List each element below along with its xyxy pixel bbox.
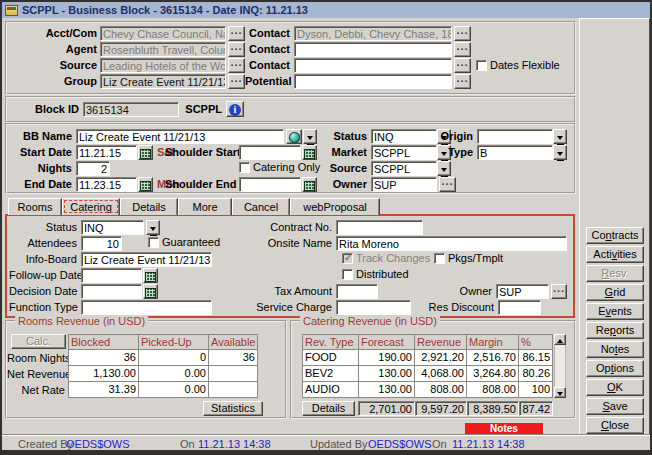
attendees-field[interactable]: 10: [81, 236, 122, 251]
group-lov-button[interactable]: [228, 74, 245, 89]
shoulder-start-calendar-button[interactable]: [302, 145, 317, 160]
contact1-field[interactable]: Dyson, Debbi, Chevy Chase, 1800-123-: [294, 26, 452, 41]
events-button[interactable]: Events: [586, 303, 644, 320]
table-cell: FOOD: [303, 350, 358, 365]
table-cell: BEV2: [303, 366, 358, 381]
bb-name-field[interactable]: Liz Create Event 11/21/13: [76, 129, 284, 144]
contact2-lov-button[interactable]: [454, 42, 471, 57]
tab-cancel[interactable]: Cancel: [232, 198, 290, 215]
ellipsis-icon: [456, 40, 468, 52]
notes-badge[interactable]: Notes: [465, 423, 543, 434]
scrollbar-track[interactable]: [554, 345, 566, 387]
contact1-label: Contact: [245, 26, 290, 41]
reports-button[interactable]: Reports: [586, 322, 644, 339]
tab-rooms[interactable]: Rooms: [8, 198, 62, 215]
track-changes-label: Track Changes: [356, 252, 430, 265]
updated-by-value: OEDS$OWS: [368, 438, 432, 450]
dates-flexible-checkbox[interactable]: [476, 60, 487, 71]
contact3-lov-button[interactable]: [454, 58, 471, 73]
decision-date-field[interactable]: [81, 284, 142, 299]
notes-button[interactable]: Notes: [586, 341, 644, 358]
activities-button[interactable]: Activities: [586, 246, 644, 263]
globe-button[interactable]: [286, 129, 302, 144]
created-by-label: Created By: [18, 438, 73, 450]
owner-lov-button[interactable]: [439, 177, 456, 192]
start-date-field[interactable]: 11.21.15: [76, 145, 137, 160]
save-button[interactable]: Save: [586, 398, 644, 415]
agent-field[interactable]: Rosenbluth Travell, Columbia, 1800-r: [100, 42, 226, 57]
tab-catering[interactable]: Catering: [62, 198, 120, 215]
source-lov-button[interactable]: [228, 58, 245, 73]
potential-field[interactable]: [294, 74, 452, 89]
contact2-field[interactable]: [294, 42, 452, 57]
details-button[interactable]: Details: [302, 401, 355, 416]
catering-status-field[interactable]: INQ: [81, 220, 144, 235]
net-rate-label: Net Rate: [7, 383, 65, 398]
close-button[interactable]: Close: [586, 417, 644, 434]
calendar-icon: [145, 288, 156, 298]
info-board-field[interactable]: Liz Create Event 11/21/13: [81, 252, 212, 267]
source-field[interactable]: Leading Hotels of the World, Naples,: [100, 58, 226, 73]
acct-com-lov-button[interactable]: [228, 26, 245, 41]
contact3-field[interactable]: [294, 58, 452, 73]
table-scrollbar[interactable]: [554, 334, 566, 398]
agent-lov-button[interactable]: [228, 42, 245, 57]
catering-owner-field[interactable]: SUP: [496, 284, 549, 299]
catering-tab-panel: Status INQ Contract No. Attendees 10 Gua…: [5, 214, 575, 318]
chevron-down-icon: [150, 227, 156, 231]
acct-com-field[interactable]: Chevy Chase Council, Naples,: [100, 26, 226, 41]
statistics-button[interactable]: Statistics: [203, 401, 263, 416]
followup-calendar-button[interactable]: [143, 268, 158, 283]
table-cell: 130.00: [359, 382, 414, 397]
start-date-calendar-button[interactable]: [138, 145, 153, 160]
tax-amount-field[interactable]: [336, 284, 378, 299]
catering-only-checkbox[interactable]: [239, 162, 250, 173]
end-date-calendar-button[interactable]: [138, 177, 153, 192]
catering-owner-lov-button[interactable]: [551, 284, 567, 299]
bb-source-dropdown-button[interactable]: [437, 161, 451, 176]
contract-no-field[interactable]: [336, 220, 423, 235]
scroll-down-button[interactable]: [554, 387, 566, 398]
service-charge-field[interactable]: [336, 300, 411, 315]
potential-lov-button[interactable]: [454, 74, 471, 89]
ok-button[interactable]: OK: [586, 379, 644, 396]
tab-webproposal[interactable]: webProposal: [290, 198, 380, 215]
info-button[interactable]: i: [226, 101, 244, 117]
ellipsis-icon: [230, 72, 242, 84]
options-button[interactable]: Options: [586, 360, 644, 377]
pkgs-tmplt-checkbox[interactable]: [434, 253, 445, 264]
contracts-button[interactable]: Contracts: [586, 227, 644, 244]
shoulder-end-calendar-button[interactable]: [302, 177, 317, 192]
column-header: Blocked: [69, 335, 138, 349]
group-field[interactable]: Liz Create Event 11/21/13: [100, 74, 226, 89]
grid-button[interactable]: Grid: [586, 284, 644, 301]
owner-field[interactable]: SUP: [371, 177, 437, 192]
nights-field[interactable]: 2: [76, 161, 110, 176]
guaranteed-checkbox[interactable]: [148, 237, 159, 248]
type-field[interactable]: B: [477, 145, 553, 160]
res-discount-field[interactable]: [498, 300, 541, 315]
distributed-checkbox[interactable]: [342, 269, 353, 280]
tab-details[interactable]: Details: [120, 198, 178, 215]
res-discount-label: Res Discount: [414, 300, 494, 315]
catering-status-dropdown-button[interactable]: [146, 220, 160, 235]
scroll-up-button[interactable]: [554, 334, 566, 345]
chevron-down-icon: [441, 168, 447, 172]
type-dropdown-button[interactable]: [553, 145, 567, 160]
shoulder-end-field[interactable]: [239, 177, 301, 192]
shoulder-start-field[interactable]: [239, 145, 301, 160]
decision-calendar-button[interactable]: [143, 284, 158, 299]
created-on-label: On: [180, 438, 195, 450]
contact1-lov-button[interactable]: [454, 26, 471, 41]
followup-date-field[interactable]: [81, 268, 142, 283]
tab-more[interactable]: More: [178, 198, 232, 215]
total-pct: 87.42: [519, 401, 553, 416]
table-cell: 1,130.00: [69, 366, 138, 381]
end-date-field[interactable]: 11.23.15: [76, 177, 137, 192]
origin-dropdown-button[interactable]: [553, 129, 567, 144]
bb-name-dropdown-button[interactable]: [303, 129, 317, 144]
onsite-name-field[interactable]: Rita Moreno: [336, 236, 567, 251]
function-type-label: Function Type: [9, 300, 77, 315]
bb-source-field[interactable]: SCPPL: [371, 161, 437, 176]
origin-field[interactable]: [477, 129, 553, 144]
